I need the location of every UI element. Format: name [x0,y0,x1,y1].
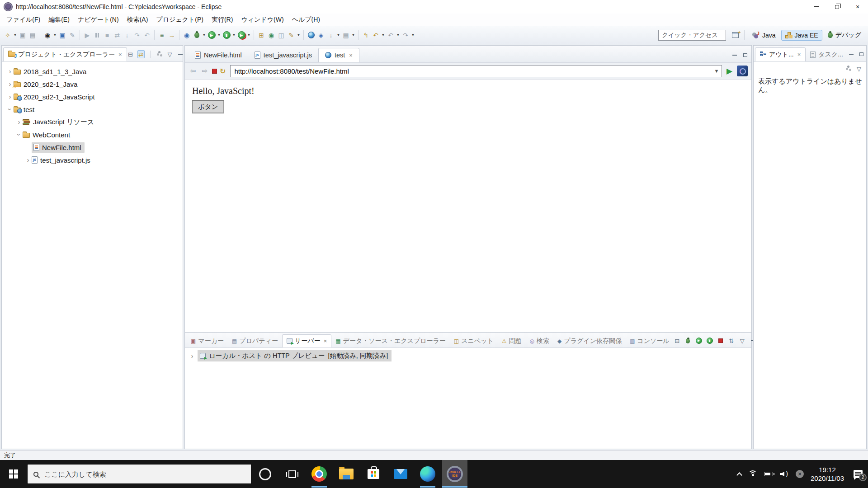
back-history-icon[interactable]: ↶ [386,30,396,41]
tab-servers[interactable]: サーバー × [282,334,331,347]
perspective-debug[interactable]: デバッグ [824,29,865,41]
hidden-icons-chevron-icon[interactable] [736,472,742,478]
wifi-icon[interactable] [748,470,757,478]
expander-icon[interactable]: › [15,131,23,138]
close-tab-icon[interactable]: × [349,52,353,59]
close-view-icon[interactable]: × [324,338,327,344]
step-over-icon[interactable]: ↷ [132,30,142,41]
tab-outline[interactable]: アウト... × [755,47,806,61]
debug-server-icon[interactable] [684,337,692,345]
annotations-nav-dropdown-icon[interactable]: ▼ [351,30,356,41]
browser-refresh-icon[interactable]: ↻ [220,67,226,75]
tab-snippets[interactable]: ◫ スニペット [450,334,498,347]
url-input[interactable] [231,67,712,75]
annotation-pencil-icon[interactable]: ✎ [286,30,296,41]
publish-server-icon[interactable]: ⇅ [728,337,735,345]
terminate-icon[interactable]: ■ [102,30,112,41]
focus-icon[interactable] [844,65,852,73]
cortana-button[interactable] [254,460,276,488]
use-step-filters-icon[interactable]: ≡ [157,30,167,41]
tab-tasks[interactable]: タスク... [806,47,848,61]
chrome-button[interactable] [308,460,330,488]
debug-icon[interactable] [192,30,202,41]
view-menu-icon[interactable]: ▽ [855,65,863,73]
minimize-view-icon[interactable] [731,51,738,59]
tab-problems[interactable]: ⚠ 問題 [498,334,526,347]
close-view-icon[interactable]: × [118,51,122,58]
forward-history-dropdown-icon[interactable]: ▼ [410,30,415,41]
taskbar-search-input[interactable] [43,470,245,479]
open-console-icon[interactable]: ▣ [57,30,67,41]
battery-icon[interactable] [764,472,773,476]
tree-row-project[interactable]: › test [2,103,183,116]
profile-dropdown-icon[interactable]: ▼ [246,30,251,41]
open-external-browser-icon[interactable] [737,66,748,76]
view-menu-icon[interactable]: ▽ [739,337,746,345]
menu-project[interactable]: プロジェクト(P) [152,14,208,26]
taskbar-search[interactable] [27,464,251,484]
run-to-line-icon[interactable]: → [167,30,177,41]
menu-edit[interactable]: 編集(E) [44,14,74,26]
start-button[interactable] [0,460,27,488]
perspective-javaee[interactable]: Java EE [781,30,822,41]
go-into-icon[interactable]: ↰ [361,30,371,41]
tree-row-project[interactable]: › ⚠ 2020_sd2-1_Java [2,78,183,90]
profile-icon[interactable]: ▶ [236,30,246,41]
tree-row-folder[interactable]: › JavaScript リソース [2,116,183,128]
browser-go-icon[interactable]: ▶ [726,66,732,76]
url-dropdown-icon[interactable]: ▼ [712,68,722,74]
new-wizard-dropdown-icon[interactable]: ▼ [13,30,18,41]
external-tools-icon[interactable]: ◉ [42,30,52,41]
quick-access-input[interactable] [658,30,726,41]
edge-button[interactable] [417,460,439,488]
last-edit-dropdown-icon[interactable]: ▼ [381,30,386,41]
step-return-icon[interactable]: ↶ [142,30,152,41]
menu-window[interactable]: ウィンドウ(W) [237,14,288,26]
close-view-icon[interactable]: × [797,51,801,58]
disconnect-icon[interactable]: ⇄ [112,30,122,41]
tree-row-file[interactable]: › test_javascript.js [2,154,183,166]
save-all-icon[interactable]: ▤ [28,30,38,41]
menu-search[interactable]: 検索(A) [123,14,152,26]
debug-dropdown-icon[interactable]: ▼ [202,30,207,41]
menu-file[interactable]: ファイル(F) [2,14,44,26]
expander-icon[interactable]: › [24,156,32,164]
open-perspective-icon[interactable] [731,30,741,41]
coverage-dropdown-icon[interactable]: ▼ [231,30,236,41]
perspective-java[interactable]: Java [748,30,780,41]
expander-icon[interactable]: › [6,68,14,75]
maximize-view-icon[interactable] [858,50,865,58]
external-browser-icon[interactable] [306,30,316,41]
resume-icon[interactable]: ▶ [82,30,92,41]
tab-console[interactable]: ▥ コンソール [626,334,674,347]
link-with-editor-icon[interactable]: ⇄ [137,50,145,58]
menu-help[interactable]: ヘルプ(H) [288,14,324,26]
start-server-icon[interactable]: ▶ [695,337,703,345]
expander-icon[interactable]: › [189,352,196,360]
deploy-icon[interactable]: ◫ [276,30,286,41]
server-selection[interactable]: ローカル・ホスト の HTTP プレビュー [始動済み, 同期済み] [198,350,392,361]
tab-plugin-dependencies[interactable]: ◆ プラグイン依存関係 [553,334,626,347]
expander-icon[interactable]: › [6,93,14,100]
tree-row-project[interactable]: › 2020_sd2-1_JavaScript [2,90,183,103]
tab-test-javascript-js[interactable]: test_javascript.js [248,48,318,62]
menu-navigate[interactable]: ナビゲート(N) [74,14,123,26]
suspend-icon[interactable] [92,30,102,41]
new-web-wizard-icon[interactable]: ⊞ [256,30,266,41]
tab-properties[interactable]: ▤ プロパティー [228,334,282,347]
browser-forward-icon[interactable]: ⇨ [200,67,209,75]
back-history-dropdown-icon[interactable]: ▼ [396,30,401,41]
taskbar-clock[interactable]: 19:12 2020/11/03 [811,465,844,483]
maximize-view-icon[interactable] [741,51,749,59]
mute-status-icon[interactable]: ✕ [796,470,804,478]
profile-server-icon[interactable]: ▮ [706,337,713,345]
stop-server-icon[interactable] [717,337,724,345]
tree-row-file-selected[interactable]: NewFile.html [2,141,183,154]
external-tools-dropdown-icon[interactable]: ▼ [52,30,57,41]
tab-test-browser[interactable]: test × [318,48,359,62]
menu-run[interactable]: 実行(R) [208,14,237,26]
tab-project-explorer[interactable]: プロジェクト・エクスプローラー × [3,47,127,61]
browser-back-icon[interactable]: ⇦ [189,67,198,75]
new-wizard-icon[interactable]: ✧ [3,30,13,41]
expander-icon[interactable]: › [6,106,14,113]
